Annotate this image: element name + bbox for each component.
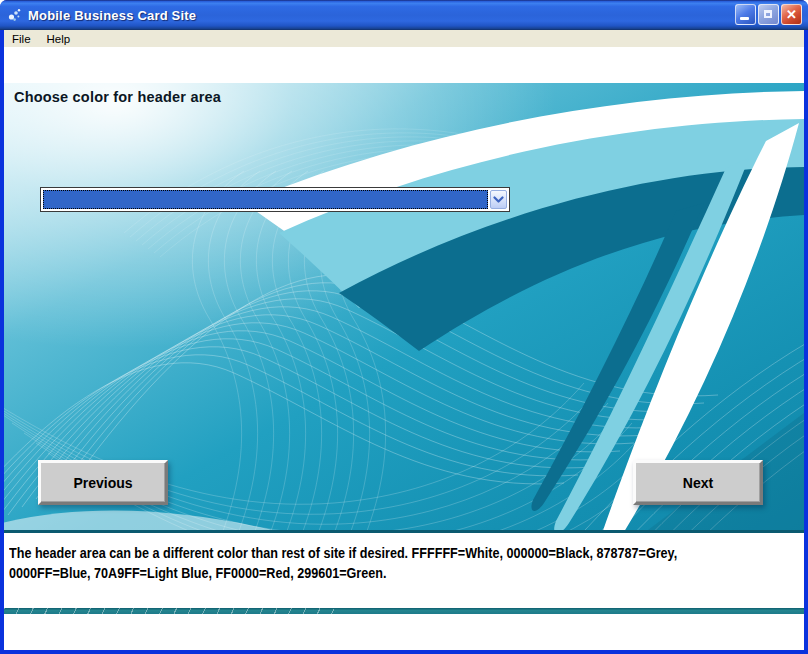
titlebar[interactable]: Mobile Business Card Site ✕ [0, 0, 808, 30]
info-panel: The header area can be a different color… [4, 533, 804, 650]
header-color-dropdown[interactable] [40, 187, 510, 212]
dropdown-selected-value[interactable] [43, 190, 488, 209]
app-window: Mobile Business Card Site ✕ File Help [0, 0, 808, 654]
hero-panel: Choose color for header area Previous Ne… [4, 83, 804, 533]
menu-bar: File Help [4, 30, 804, 47]
menu-item-file[interactable]: File [4, 32, 39, 46]
content-spacer [4, 47, 804, 83]
divider-bar-texture [4, 608, 334, 614]
maximize-button[interactable] [758, 4, 779, 25]
maximize-icon [764, 10, 772, 18]
dropdown-arrow-button[interactable] [490, 190, 507, 209]
minimize-icon [740, 17, 749, 20]
info-text-line: The header area can be a different color… [9, 543, 677, 563]
info-text: The header area can be a different color… [9, 543, 677, 583]
page-title: Choose color for header area [14, 89, 221, 105]
info-text-line: 0000FF=Blue, 70A9FF=Light Blue, FF0000=R… [9, 563, 677, 583]
close-icon: ✕ [782, 5, 801, 24]
menu-item-help[interactable]: Help [39, 32, 79, 46]
window-controls: ✕ [735, 4, 802, 25]
chevron-down-icon [493, 196, 504, 205]
previous-button[interactable]: Previous [38, 460, 168, 505]
app-icon [7, 7, 23, 23]
minimize-button[interactable] [735, 4, 756, 25]
close-button[interactable]: ✕ [781, 4, 802, 25]
window-title: Mobile Business Card Site [28, 8, 196, 23]
next-button[interactable]: Next [633, 460, 763, 505]
divider-bar [4, 608, 804, 614]
